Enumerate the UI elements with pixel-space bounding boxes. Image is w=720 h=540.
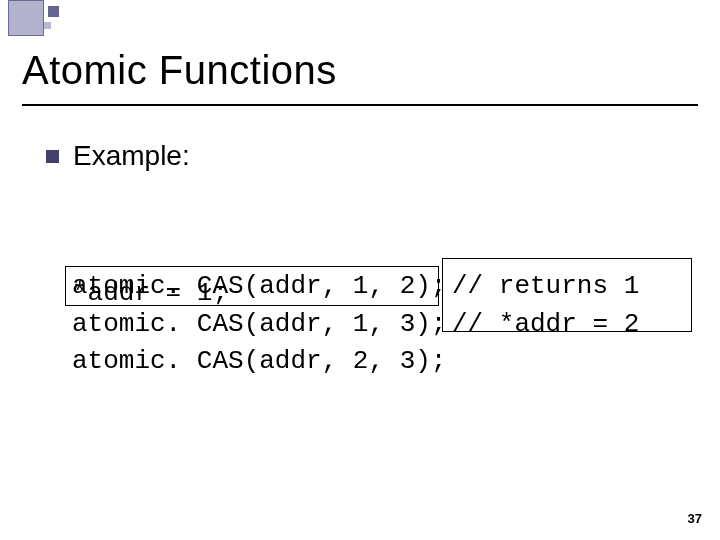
- comment-line-1: // returns 1: [452, 268, 639, 306]
- code-line-2: atomic. CAS(addr, 1, 3);: [72, 306, 446, 344]
- deco-square-small: [44, 22, 51, 29]
- comment-body: // returns 1 // *addr = 2: [452, 268, 639, 343]
- deco-square-large: [8, 0, 44, 36]
- bullet-item: Example:: [46, 140, 190, 172]
- code-line-3: atomic. CAS(addr, 2, 3);: [72, 343, 446, 381]
- comment-line-2: // *addr = 2: [452, 306, 639, 344]
- deco-square-medium: [48, 6, 59, 17]
- code-line-1: atomic. CAS(addr, 1, 2);: [72, 268, 446, 306]
- bullet-icon: [46, 150, 59, 163]
- slide-title: Atomic Functions: [22, 48, 337, 93]
- page-number: 37: [688, 511, 702, 526]
- code-body: atomic. CAS(addr, 1, 2); atomic. CAS(add…: [72, 268, 446, 381]
- bullet-text: Example:: [73, 140, 190, 172]
- slide: Atomic Functions Example: *addr = 1; ato…: [0, 0, 720, 540]
- title-underline: [22, 104, 698, 106]
